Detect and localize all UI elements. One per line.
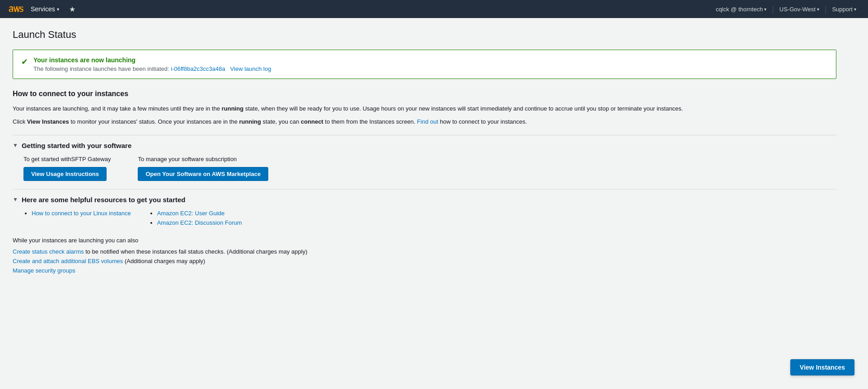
services-label: Services	[31, 5, 55, 13]
nav-divider2: |	[825, 5, 827, 14]
region-label: US-Gov-West	[779, 6, 816, 13]
while-launching-title: While your instances are launching you c…	[13, 237, 836, 244]
software-col1: To get started withSFTP Gateway View Usa…	[23, 156, 111, 181]
success-content: Your instances are now launching The fol…	[33, 56, 271, 72]
resources-section-toggle[interactable]: ▼ Here are some helpful resources to get…	[13, 196, 836, 204]
create-ebs-volumes-link[interactable]: Create and attach additional EBS volumes	[13, 258, 123, 264]
page-title: Launch Status	[13, 29, 836, 41]
resources-col1-list: How to connect to your Linux instance	[23, 210, 131, 217]
user-chevron-icon: ▾	[764, 7, 766, 12]
list-item: How to connect to your Linux instance	[32, 210, 131, 217]
while-launching-section: While your instances are launching you c…	[13, 237, 836, 274]
support-label: Support	[832, 6, 853, 13]
main-content: Launch Status ✔ Your instances are now l…	[0, 18, 849, 287]
ec2-user-guide-link[interactable]: Amazon EC2: User Guide	[157, 210, 225, 217]
connect-section: How to connect to your instances Your in…	[13, 90, 836, 127]
success-banner: ✔ Your instances are now launching The f…	[13, 50, 836, 79]
navbar-left: Services ▾ ★	[7, 4, 78, 14]
software-section-heading: Getting started with your software	[22, 142, 131, 149]
connect-para2: Click View Instances to monitor your ins…	[13, 117, 836, 127]
connect-para1: Your instances are launching, and it may…	[13, 104, 836, 114]
create-status-alarms-link[interactable]: Create status check alarms	[13, 248, 84, 255]
region-chevron-icon: ▾	[817, 7, 819, 12]
resources-col2: Amazon EC2: User Guide Amazon EC2: Discu…	[149, 210, 242, 229]
resources-col2-list: Amazon EC2: User Guide Amazon EC2: Discu…	[149, 210, 242, 226]
connect-heading: How to connect to your instances	[13, 90, 836, 98]
resources-section-heading: Here are some helpful resources to get y…	[22, 196, 186, 204]
list-item: Create and attach additional EBS volumes…	[13, 258, 836, 264]
instance-id-link[interactable]: i-06ff8ba2c3cc3a48a	[171, 65, 225, 72]
view-usage-instructions-button[interactable]: View Usage Instructions	[23, 167, 107, 181]
list-item: Amazon EC2: User Guide	[157, 210, 242, 217]
navbar: Services ▾ ★ cqlck @ thorntech ▾ | US-Go…	[0, 0, 868, 18]
aws-logo-icon[interactable]	[7, 4, 23, 14]
resources-section: ▼ Here are some helpful resources to get…	[13, 189, 836, 229]
software-col2-label: To manage your software subscription	[138, 156, 268, 162]
services-chevron-icon: ▾	[57, 7, 59, 12]
bookmark-icon[interactable]: ★	[66, 5, 78, 14]
region-menu[interactable]: US-Gov-West ▾	[775, 6, 824, 13]
services-menu[interactable]: Services ▾	[27, 5, 63, 13]
software-col1-label: To get started withSFTP Gateway	[23, 156, 111, 162]
list-item: Manage security groups	[13, 267, 836, 274]
collapse-arrow-icon: ▼	[13, 142, 18, 148]
resources-grid: How to connect to your Linux instance Am…	[23, 210, 836, 229]
linux-connect-link[interactable]: How to connect to your Linux instance	[32, 210, 131, 217]
find-out-link[interactable]: Find out	[417, 118, 438, 125]
view-launch-log-link[interactable]: View launch log	[230, 65, 271, 72]
list-item: Amazon EC2: Discussion Forum	[157, 219, 242, 226]
resources-collapse-arrow-icon: ▼	[13, 196, 18, 203]
software-section: ▼ Getting started with your software To …	[13, 135, 836, 181]
nav-divider: |	[772, 5, 774, 14]
success-subtitle: The following instance launches have bee…	[33, 65, 271, 72]
resources-col1: How to connect to your Linux instance	[23, 210, 131, 229]
navbar-right: cqlck @ thorntech ▾ | US-Gov-West ▾ | Su…	[711, 5, 861, 14]
software-col2: To manage your software subscription Ope…	[138, 156, 268, 181]
list-item: Create status check alarms to be notifie…	[13, 248, 836, 255]
while-launching-list: Create status check alarms to be notifie…	[13, 248, 836, 274]
software-grid: To get started withSFTP Gateway View Usa…	[23, 156, 836, 181]
user-label: cqlck @ thorntech	[716, 6, 763, 13]
subtitle-prefix: The following instance launches have bee…	[33, 65, 171, 72]
support-chevron-icon: ▾	[854, 7, 856, 12]
manage-security-groups-link[interactable]: Manage security groups	[13, 267, 75, 274]
success-title: Your instances are now launching	[33, 56, 271, 64]
support-menu[interactable]: Support ▾	[827, 6, 861, 13]
ec2-discussion-forum-link[interactable]: Amazon EC2: Discussion Forum	[157, 219, 242, 226]
software-section-toggle[interactable]: ▼ Getting started with your software	[13, 142, 836, 149]
success-check-icon: ✔	[21, 57, 28, 67]
user-menu[interactable]: cqlck @ thorntech ▾	[711, 6, 771, 13]
open-marketplace-button[interactable]: Open Your Software on AWS Marketplace	[138, 167, 268, 181]
